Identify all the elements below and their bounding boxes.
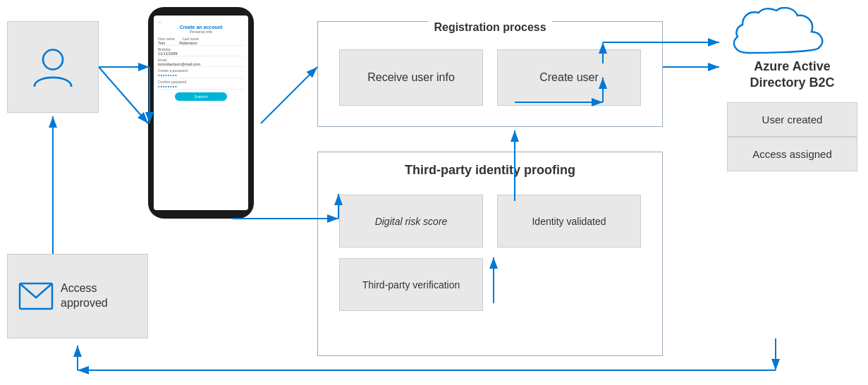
registration-title: Registration process (428, 21, 551, 34)
access-approved-box: Access approved (7, 254, 148, 338)
registration-box: Registration process Receive user info C… (317, 21, 663, 127)
thirdparty-box: Third-party identity proofing Digital ri… (317, 152, 663, 356)
diagram: Access approved ← Create an account Pers… (0, 0, 868, 385)
registration-steps: Receive user info Create user (318, 22, 662, 126)
thirdparty-title: Third-party identity proofing (405, 163, 575, 178)
phone-screen: ← Create an account Personal info First … (154, 16, 248, 210)
digital-risk-score-step: Digital risk score (339, 195, 483, 248)
user-box (7, 21, 99, 113)
cloud-icon (727, 7, 840, 63)
screen-subtitle: Personal info (158, 30, 244, 34)
thirdparty-verification-step: Third-party verification (339, 258, 483, 311)
thirdparty-steps: Digital risk score Identity validated Th… (318, 152, 662, 355)
identity-validated-step: Identity validated (497, 195, 641, 248)
azure-label: Azure Active Directory B2C (727, 59, 857, 92)
create-user-step: Create user (497, 49, 641, 106)
azure-container: Azure Active Directory B2C User created … (727, 7, 857, 171)
email-icon (18, 282, 54, 310)
screen-title: Create an account (158, 25, 244, 30)
access-assigned-box: Access assigned (727, 137, 857, 171)
user-created-box: User created (727, 102, 857, 137)
user-icon (28, 42, 78, 92)
user-to-phone-arrow (99, 67, 148, 123)
phone-outer: ← Create an account Personal info First … (148, 7, 254, 219)
access-approved-label: Access approved (61, 281, 137, 311)
phone-to-reg-arrow (261, 67, 317, 123)
svg-point-0 (43, 50, 63, 70)
phone: ← Create an account Personal info First … (148, 7, 261, 226)
submit-button[interactable]: Submit (175, 92, 226, 101)
receive-user-info-step: Receive user info (339, 49, 483, 106)
azure-sub-boxes: User created Access assigned (727, 102, 857, 171)
